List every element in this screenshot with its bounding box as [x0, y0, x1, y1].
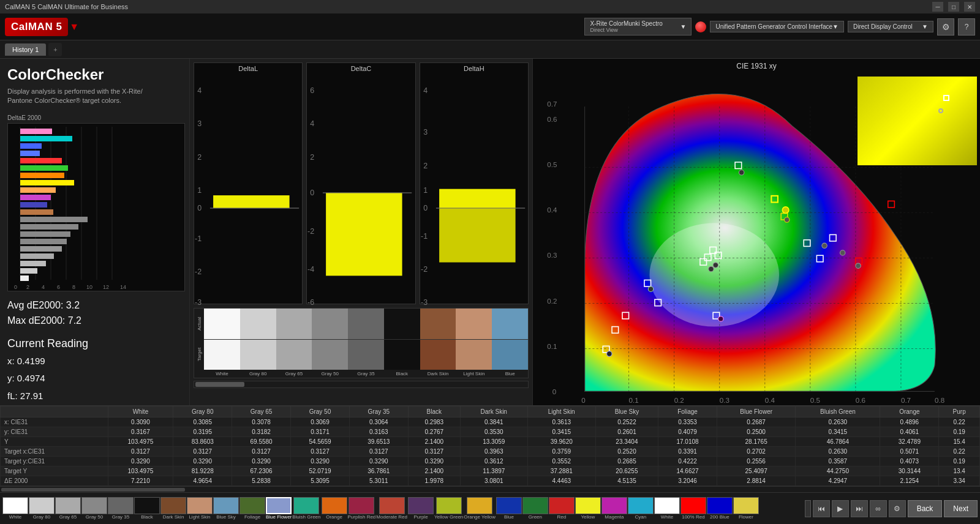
svg-rect-55 — [326, 193, 402, 276]
bottom-swatch-cyan[interactable]: Cyan — [628, 497, 654, 520]
swatch-lbl-purplered: Purplish Red — [348, 514, 376, 520]
meter-selector[interactable]: X-Rite ColorMunki Spectro Direct View ▼ — [584, 18, 692, 36]
bottom-swatch-magenta[interactable]: Magenta — [601, 497, 627, 520]
swatch-lbl-black: Black — [141, 514, 153, 520]
bottom-swatch-green[interactable]: Green — [522, 497, 548, 520]
nav-forward-step-button[interactable]: ⏭ — [851, 500, 868, 517]
nav-settings-icon[interactable]: ⚙ — [889, 500, 906, 517]
svg-rect-22 — [20, 180, 74, 185]
bottom-swatch-black[interactable]: Black — [134, 497, 160, 520]
maximize-button[interactable]: □ — [948, 2, 959, 12]
td-val: 0.2702 — [717, 447, 795, 457]
svg-text:14: 14 — [120, 284, 126, 290]
td-val: 54.5659 — [291, 437, 350, 447]
bottom-swatch-darkskin[interactable]: Dark Skin — [160, 497, 186, 520]
help-button[interactable]: ? — [958, 18, 975, 36]
bottom-swatch-gray80[interactable]: Gray 80 — [29, 497, 55, 520]
swatch-label-bluesky: Blue — [492, 370, 528, 378]
svg-text:4: 4 — [311, 119, 315, 128]
td-val: 14.6627 — [658, 466, 717, 476]
svg-point-116 — [840, 250, 845, 255]
swatch-lbl-white2: White — [661, 514, 673, 520]
record-button[interactable] — [695, 21, 706, 32]
nav-back-step-button[interactable]: ⏮ — [813, 500, 830, 517]
nav-play-button[interactable]: ▶ — [832, 500, 849, 517]
bottom-swatch-orangeyellow[interactable]: Orange Yellow — [464, 497, 496, 520]
settings-button[interactable]: ⚙ — [937, 18, 954, 36]
bottom-swatch-purple[interactable]: Purple — [408, 497, 434, 520]
svg-point-115 — [822, 243, 827, 248]
pattern-gen-selector[interactable]: Unified Pattern Generator Control Interf… — [710, 21, 844, 32]
bottom-swatch-blue2[interactable]: 200 Blue — [707, 497, 733, 520]
bottom-swatch-blue[interactable]: Blue — [496, 497, 522, 520]
swatch-white-actual — [204, 309, 240, 339]
td-val: 0.3167 — [108, 427, 173, 437]
svg-text:0.5: 0.5 — [547, 160, 557, 168]
section-description: Display analysis is performed with the X… — [7, 87, 182, 106]
bottom-swatch-red[interactable]: Red — [549, 497, 575, 520]
bottom-swatch-purplered[interactable]: Purplish Red — [348, 497, 376, 520]
swatch-bluesky-target — [492, 339, 528, 370]
bottom-swatch-lightskin[interactable]: Light Skin — [187, 497, 213, 520]
fl-value: fL: 27.91 — [7, 387, 182, 405]
bottom-swatch-foliage[interactable]: Foliage — [239, 497, 265, 520]
bottom-swatch-red2[interactable]: 100% Red — [680, 497, 706, 520]
bottom-swatch-moderatered[interactable]: Moderate Red — [376, 497, 407, 520]
bottom-swatch-white2[interactable]: White — [654, 497, 680, 520]
bottom-swatch-yellowgreen[interactable]: Yellow Green — [434, 497, 463, 520]
bottom-swatch-bluishgreen[interactable]: Bluish Green — [292, 497, 320, 520]
nav-square-icon[interactable] — [805, 500, 811, 517]
td-val: 0.3064 — [349, 417, 408, 427]
swatch-scroll-thumb[interactable] — [195, 382, 244, 387]
display-control-dropdown-icon: ▼ — [922, 23, 928, 30]
bottom-swatch-blueflower[interactable]: Blue Flower — [266, 497, 292, 520]
td-val: 46.7864 — [796, 437, 880, 447]
table-row: y: CIE31 0.3167 0.3195 0.3182 0.3171 0.3… — [1, 427, 980, 437]
bottom-swatch-gray65[interactable]: Gray 65 — [55, 497, 81, 520]
swatch-color-gray65 — [55, 497, 81, 514]
svg-text:0: 0 — [14, 284, 17, 290]
td-val: 0.4079 — [658, 427, 717, 437]
app-wrapper: CalMAN 5 CalMAN Ultimate for Business ─ … — [0, 0, 980, 524]
swatch-lbl-gray35: Gray 35 — [112, 514, 129, 520]
bottom-swatch-bluesky[interactable]: Blue Sky — [213, 497, 239, 520]
td-val: 69.5580 — [232, 437, 291, 447]
bottom-swatch-gray50[interactable]: Gray 50 — [81, 497, 107, 520]
svg-rect-20 — [20, 165, 68, 171]
swatch-lbl-yellow: Yellow — [581, 514, 595, 520]
bottom-swatch-white[interactable]: White — [2, 497, 28, 520]
table-scrollbar[interactable] — [0, 486, 980, 492]
bottom-swatch-yellow[interactable]: Yellow — [575, 497, 601, 520]
td-val: 2.1400 — [408, 437, 460, 447]
svg-rect-17 — [20, 143, 42, 149]
swatch-label-row: White Gray 80 Gray 65 Gray 50 Gray 35 Bl… — [194, 370, 528, 378]
swatch-color-white — [2, 497, 28, 514]
close-button[interactable]: ✕ — [964, 2, 975, 12]
td-val: 4.2947 — [796, 476, 880, 486]
td-val: 5.3095 — [291, 476, 350, 486]
left-panel: ColorChecker Display analysis is perform… — [0, 59, 190, 405]
table-row: ΔE 2000 7.2210 4.9654 5.2838 5.3095 5.30… — [1, 476, 980, 486]
next-button[interactable]: Next — [944, 500, 978, 517]
svg-text:10: 10 — [86, 284, 92, 290]
back-button[interactable]: Back — [908, 500, 943, 517]
td-val: 25.4097 — [717, 466, 795, 476]
td-val: 0.2983 — [408, 417, 460, 427]
add-tab-button[interactable]: + — [48, 43, 62, 56]
minimize-button[interactable]: ─ — [932, 2, 943, 12]
display-control-selector[interactable]: Direct Display Control ▼ — [848, 21, 933, 32]
swatch-scrollbar[interactable] — [194, 381, 529, 388]
swatch-lbl-white: White — [9, 514, 21, 520]
td-val: 39.6513 — [349, 437, 408, 447]
nav-skip-button[interactable]: ∞ — [870, 500, 887, 517]
bottom-swatch-flower[interactable]: Flower — [733, 497, 759, 520]
history-tab[interactable]: History 1 — [5, 43, 46, 56]
swatch-color-gray50 — [81, 497, 107, 514]
bottom-swatch-orange[interactable]: Orange — [322, 497, 347, 520]
bottom-swatch-gray35[interactable]: Gray 35 — [108, 497, 134, 520]
td-val: 39.9620 — [527, 437, 595, 447]
td-val: 0.2520 — [595, 447, 658, 457]
table-row: Target Y 103.4975 81.9228 67.2306 52.071… — [1, 466, 980, 476]
table-scroll-thumb[interactable] — [1, 488, 185, 492]
data-table: White Gray 80 Gray 65 Gray 50 Gray 35 Bl… — [0, 406, 980, 486]
